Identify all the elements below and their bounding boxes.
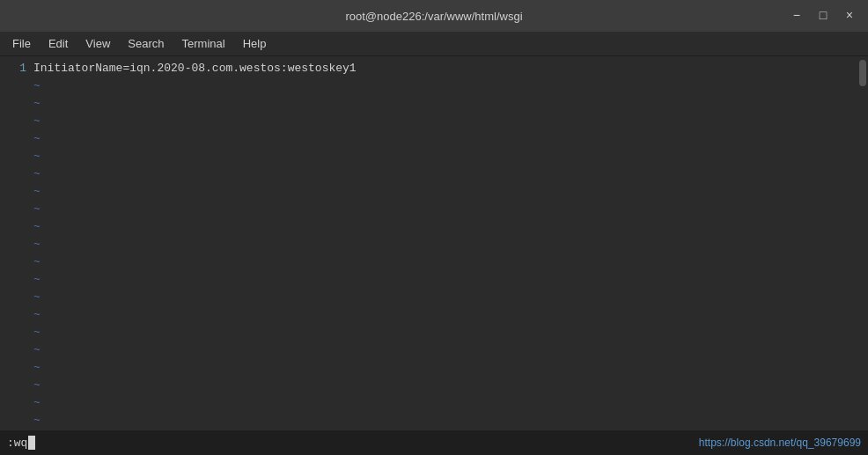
titlebar: root@node226:/var/www/html/wsgi − □ × [0, 0, 868, 32]
tilde-7: ~ [33, 165, 857, 183]
status-command: :wq [7, 436, 35, 450]
scrollbar[interactable] [857, 56, 868, 430]
window-title: root@node226:/var/www/html/wsgi [345, 10, 522, 23]
tilde-6: ~ [33, 148, 857, 165]
window-controls: − □ × [785, 4, 861, 27]
tilde-14: ~ [33, 289, 857, 306]
line-number-1: 1 [19, 60, 26, 77]
status-link: https://blog.csdn.net/qq_39679699 [699, 437, 861, 449]
menu-file[interactable]: File [4, 33, 40, 54]
menu-terminal[interactable]: Terminal [173, 33, 234, 54]
tilde-8: ~ [33, 183, 857, 201]
tilde-2: ~ [33, 77, 857, 95]
cursor-indicator [28, 436, 35, 450]
tilde-15: ~ [33, 306, 857, 324]
tilde-10: ~ [33, 218, 857, 236]
code-line-1: InitiatorName=iqn.2020-08.com.westos:wes… [33, 60, 857, 77]
line-numbers: 1 [0, 56, 33, 430]
tilde-3: ~ [33, 95, 857, 113]
tilde-12: ~ [33, 253, 857, 271]
tilde-11: ~ [33, 236, 857, 253]
tilde-16: ~ [33, 324, 857, 341]
menu-edit[interactable]: Edit [40, 33, 77, 54]
scrollbar-thumb[interactable] [859, 60, 866, 86]
minimize-button[interactable]: − [785, 4, 808, 27]
tilde-19: ~ [33, 377, 857, 394]
tilde-17: ~ [33, 341, 857, 359]
tilde-13: ~ [33, 271, 857, 289]
tilde-5: ~ [33, 130, 857, 148]
close-button[interactable]: × [838, 4, 861, 27]
menu-help[interactable]: Help [234, 33, 276, 54]
menubar: File Edit View Search Terminal Help [0, 32, 868, 56]
tilde-18: ~ [33, 359, 857, 377]
statusbar: :wq https://blog.csdn.net/qq_39679699 [0, 430, 868, 455]
tilde-22: ~ [33, 429, 857, 430]
tilde-20: ~ [33, 394, 857, 412]
tilde-21: ~ [33, 412, 857, 429]
command-text: :wq [7, 437, 27, 450]
tilde-4: ~ [33, 113, 857, 130]
menu-view[interactable]: View [77, 33, 119, 54]
menu-search[interactable]: Search [119, 33, 173, 54]
editor-area[interactable]: 1 InitiatorName=iqn.2020-08.com.westos:w… [0, 56, 868, 430]
maximize-button[interactable]: □ [812, 4, 835, 27]
editor-content[interactable]: InitiatorName=iqn.2020-08.com.westos:wes… [33, 56, 857, 430]
tilde-9: ~ [33, 201, 857, 218]
